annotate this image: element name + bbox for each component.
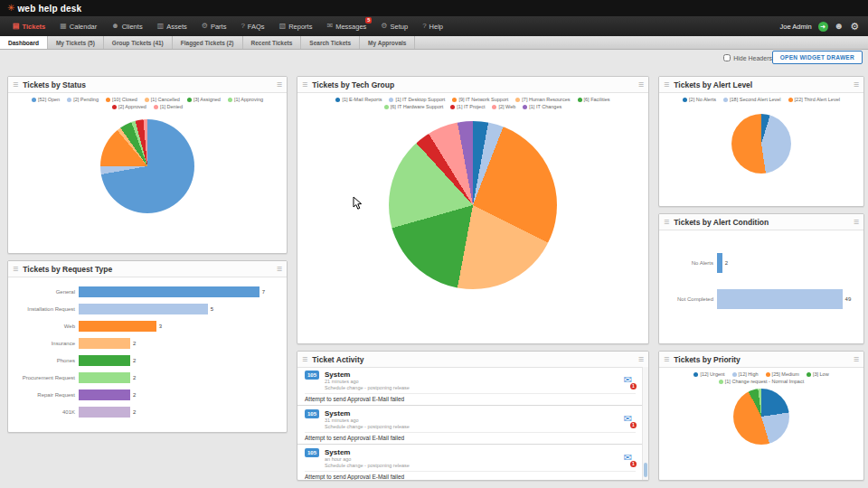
bar [79,407,130,418]
bar-row-401k: 401K2 [10,403,279,420]
legend-item: [10] Closed [106,97,137,102]
bar-category-label: Phones [10,358,79,363]
menu-item-help[interactable]: ?Help [415,16,450,36]
activity-item[interactable]: 105System31 minutes agoSchedule change -… [297,406,643,445]
menu-item-messages[interactable]: ✉Messages5 [319,16,373,36]
menu-item-faqs[interactable]: ?FAQs [233,16,271,36]
legend-item: [9] IT Network Support [452,97,508,102]
bar [79,286,259,297]
widget-menu-icon[interactable]: ☰ [277,81,282,88]
hide-headers-control[interactable]: Hide Headers [723,54,772,61]
activity-item[interactable]: 105Systeman hour agoSchedule change - po… [297,445,643,480]
legend-item: [6] IT Hardware Support [384,104,444,109]
drag-handle-icon[interactable]: ☰ [13,81,18,88]
tickets-by-tech-group-pie-chart[interactable] [389,121,557,289]
legend-item: [12] High [732,371,759,377]
tab-search-tickets[interactable]: Search Tickets [301,36,360,49]
widget-menu-icon[interactable]: ☰ [854,356,859,362]
bar-track: 2 [79,355,279,366]
bar-value-label: 2 [133,392,136,398]
menu-item-parts[interactable]: ⚙Parts [194,16,234,36]
open-widget-drawer-button[interactable]: OPEN WIDGET DRAWER [772,51,863,64]
bar-category-label: General [10,289,79,295]
legend-item: [1] Denied [154,104,183,109]
menu-item-setup[interactable]: ⚙Setup [373,16,415,36]
tab-flagged-tickets-2[interactable]: Flagged Tickets (2) [173,36,243,49]
widget-menu-icon[interactable]: ☰ [638,81,644,88]
widget-tickets-by-status: ☰ Tickets by Status ☰ [52] Open[2] Pendi… [7,76,288,254]
widget-menu-icon[interactable]: ☰ [638,356,644,362]
legend-label: [2] Approved [118,104,146,109]
menubar-right: Joe Admin ➜ ☻ ⚙ [780,22,863,32]
legend-color-dot [807,372,811,377]
bar-row-repair-request: Repair Request2 [10,386,279,403]
tab-dashboard[interactable]: Dashboard [0,36,48,49]
tab-my-tickets-5[interactable]: My Tickets (5) [48,36,104,49]
tickets-by-priority-pie-chart[interactable] [733,389,789,445]
tab-my-approvals[interactable]: My Approvals [360,36,415,49]
legend-color-dot [389,98,393,102]
drag-handle-icon[interactable]: ☰ [664,356,669,362]
widget-tickets-by-priority: ☰ Tickets by Priority ☰ [12] Urgent[12] … [658,351,864,481]
activity-detail: Attempt to send Approval E-Mail failed [305,432,636,444]
priority-chart-legend: [12] Urgent[12] High[25] Medium[3] Low[1… [659,368,863,384]
help-icon: ? [422,23,426,30]
menu-item-calendar[interactable]: ▦Calendar [52,16,104,36]
ticket-number-badge[interactable]: 105 [305,409,319,418]
drag-handle-icon[interactable]: ☰ [302,81,307,88]
hide-headers-checkbox[interactable] [723,54,731,61]
user-profile-icon[interactable]: ☻ [835,22,844,31]
settings-gear-icon[interactable]: ⚙ [850,22,859,32]
reports-icon: ▧ [279,23,287,30]
tickets-by-request-type-bar-chart[interactable]: General7Installation Request5Web3Insuran… [8,277,287,420]
widget-tickets-by-alert-level: ☰ Tickets by Alert Level ☰ [2] No Alerts… [658,76,864,207]
messages-icon: ✉ [326,23,333,30]
activity-scrollbar[interactable] [642,367,648,480]
widget-menu-icon[interactable]: ☰ [277,266,282,272]
menu-item-assets[interactable]: ▥Assets [150,16,194,36]
activity-meta: Systeman hour agoSchedule change - postp… [325,448,624,469]
mail-icon-wrap[interactable]: ✉1 [624,448,636,465]
bar-category-label: Repair Request [10,392,79,398]
widget-title: Tickets by Alert Level [674,80,853,89]
legend-item: [2] Web [492,104,515,109]
legend-label: [25] Medium [772,371,799,377]
tab-group-tickets-41[interactable]: Group Tickets (41) [104,36,173,49]
bar-track: 49 [717,289,856,309]
tickets-by-alert-level-pie-chart[interactable] [731,114,791,174]
legend-color-dot [719,380,723,384]
legend-label: [1] IT Project [457,104,485,109]
menu-item-clients[interactable]: ☻Clients [104,16,149,36]
widget-title: Tickets by Alert Condition [674,218,853,227]
tech-group-chart-legend: [1] E-Mail Reports[1] IT Desktop Support… [297,93,648,109]
mail-icon-wrap[interactable]: ✉1 [624,371,636,387]
widget-menu-icon[interactable]: ☰ [854,219,859,225]
logout-icon[interactable]: ➜ [818,22,828,32]
drag-handle-icon[interactable]: ☰ [302,356,307,362]
assets-icon: ▥ [157,23,165,30]
bar-track: 5 [79,304,279,314]
activity-scrollbar-thumb[interactable] [644,463,647,477]
activity-item[interactable]: 105System21 minutes agoSchedule change -… [297,367,643,406]
drag-handle-icon[interactable]: ☰ [13,266,18,272]
menu-item-reports[interactable]: ▧Reports [272,16,320,36]
hide-headers-label: Hide Headers [733,55,772,61]
menu-item-tickets[interactable]: ▤Tickets [5,16,52,36]
widget-menu-icon[interactable]: ☰ [854,81,859,88]
ticket-number-badge[interactable]: 105 [305,371,319,380]
current-user-name: Joe Admin [780,23,812,31]
tab-recent-tickets[interactable]: Recent Tickets [243,36,302,49]
tickets-by-status-pie-chart[interactable] [100,119,194,213]
drag-handle-icon[interactable]: ☰ [664,219,669,225]
mail-icon-wrap[interactable]: ✉1 [624,409,636,426]
activity-timestamp: an hour ago [325,456,624,463]
bar-category-label: No Alerts [661,260,717,266]
widget-ticket-activity: ☰ Ticket Activity ☰ 105System21 minutes … [297,351,649,481]
tickets-by-alert-condition-bar-chart[interactable]: No Alerts2Not Completed49 [659,230,863,317]
legend-item: [2] No Alerts [683,97,716,102]
legend-item: [2] Approved [112,104,146,109]
menu-item-label: Clients [122,23,143,31]
drag-handle-icon[interactable]: ☰ [664,81,669,88]
ticket-number-badge[interactable]: 105 [305,448,319,457]
bar-row-insurance: Insurance2 [10,334,279,352]
